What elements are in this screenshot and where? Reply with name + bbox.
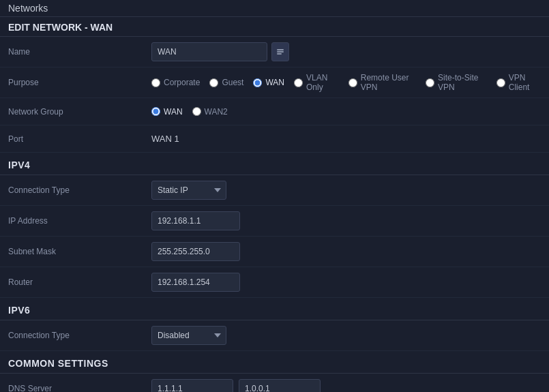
ipv6-connection-type-label: Connection Type: [8, 331, 151, 340]
name-input[interactable]: [151, 42, 267, 61]
network-group-wan[interactable]: WAN: [151, 107, 183, 117]
router-value-wrapper: [151, 273, 541, 292]
purpose-radio-group: Corporate Guest WAN VLAN Only Remote Use…: [151, 73, 541, 92]
purpose-radio-wan[interactable]: [253, 78, 262, 87]
subnet-mask-row: Subnet Mask: [0, 237, 549, 267]
purpose-corporate-label: Corporate: [164, 78, 200, 87]
port-label: Port: [8, 134, 151, 144]
ipv4-connection-type-value-wrapper: Static IP DHCP PPPoE: [151, 181, 541, 200]
ipv6-connection-type-select[interactable]: Disabled DHCPv6 Static: [151, 326, 226, 345]
name-input-wrapper: [151, 42, 289, 61]
network-group-wan2[interactable]: WAN2: [192, 107, 228, 117]
page-title-text: EDIT NETWORK - WAN: [8, 22, 113, 33]
network-group-row: Network Group WAN WAN2: [0, 98, 549, 125]
network-group-radio-group: WAN WAN2: [151, 107, 228, 117]
purpose-radio-corporate[interactable]: [151, 78, 160, 87]
ipv6-connection-type-value-wrapper: Disabled DHCPv6 Static: [151, 326, 541, 345]
purpose-wan[interactable]: WAN: [253, 78, 284, 87]
subnet-mask-label: Subnet Mask: [8, 247, 151, 256]
purpose-radio-vpn-client[interactable]: [496, 78, 505, 87]
purpose-radio-guest[interactable]: [209, 78, 218, 87]
purpose-row: Purpose Corporate Guest WAN VLAN Only: [0, 67, 549, 98]
page-title: EDIT NETWORK - WAN: [0, 17, 549, 37]
svg-rect-1: [277, 51, 284, 52]
ip-address-value-wrapper: [151, 211, 541, 230]
ip-address-input[interactable]: [151, 211, 240, 230]
network-group-wan2-label: WAN2: [205, 107, 228, 117]
name-label: Name: [8, 47, 151, 57]
dns-server-row: DNS Server: [0, 374, 549, 392]
purpose-value-wrapper: Corporate Guest WAN VLAN Only Remote Use…: [151, 73, 541, 92]
svg-rect-2: [277, 53, 282, 55]
port-value-wrapper: WAN 1: [151, 134, 541, 144]
dns-server-input-1[interactable]: [151, 379, 233, 392]
network-group-value-wrapper: WAN WAN2: [151, 107, 541, 117]
purpose-site-vpn[interactable]: Site-to-Site VPN: [426, 73, 487, 92]
router-row: Router: [0, 267, 549, 298]
ipv4-section-header: IPV4: [0, 153, 549, 175]
network-group-label: Network Group: [8, 107, 151, 117]
dns-server-value-wrapper: [151, 379, 541, 392]
ipv4-connection-type-row: Connection Type Static IP DHCP PPPoE: [0, 175, 549, 206]
name-icon-button[interactable]: [271, 42, 289, 61]
name-value-wrapper: [151, 42, 541, 61]
dns-server-label: DNS Server: [8, 384, 151, 392]
purpose-remote-vpn[interactable]: Remote User VPN: [348, 73, 416, 92]
purpose-guest-label: Guest: [222, 78, 243, 87]
svg-rect-0: [277, 49, 284, 50]
ipv4-connection-type-label: Connection Type: [8, 185, 151, 195]
ipv4-connection-type-select[interactable]: Static IP DHCP PPPoE: [151, 181, 226, 200]
purpose-radio-site-vpn[interactable]: [426, 78, 434, 87]
dns-server-input-2[interactable]: [239, 379, 321, 392]
subnet-mask-value-wrapper: [151, 242, 541, 261]
purpose-radio-vlan-only[interactable]: [294, 78, 303, 87]
subnet-mask-input[interactable]: [151, 242, 240, 261]
port-row: Port WAN 1: [0, 125, 549, 153]
form-container: Name Purpose Corporate: [0, 37, 549, 392]
network-group-wan-label: WAN: [164, 107, 183, 117]
purpose-vlan-only-label: VLAN Only: [306, 73, 339, 92]
purpose-site-vpn-label: Site-to-Site VPN: [438, 73, 487, 92]
ipv6-connection-type-row: Connection Type Disabled DHCPv6 Static: [0, 320, 549, 351]
purpose-label: Purpose: [8, 78, 151, 87]
top-bar: Networks: [0, 0, 549, 17]
purpose-vpn-client[interactable]: VPN Client: [496, 73, 541, 92]
router-input[interactable]: [151, 273, 240, 292]
port-value: WAN 1: [151, 134, 179, 144]
name-row: Name: [0, 37, 549, 67]
ip-address-row: IP Address: [0, 206, 549, 237]
purpose-corporate[interactable]: Corporate: [151, 78, 200, 87]
network-group-radio-wan2[interactable]: [192, 107, 201, 116]
ipv6-section-header: IPV6: [0, 298, 549, 320]
common-settings-section-header: COMMON SETTINGS: [0, 351, 549, 374]
purpose-wan-label: WAN: [265, 78, 284, 87]
purpose-guest[interactable]: Guest: [209, 78, 243, 87]
purpose-radio-remote-vpn[interactable]: [348, 78, 357, 87]
purpose-remote-vpn-label: Remote User VPN: [361, 73, 416, 92]
network-group-radio-wan[interactable]: [151, 107, 160, 116]
router-label: Router: [8, 277, 151, 287]
ip-address-label: IP Address: [8, 216, 151, 226]
purpose-vlan-only[interactable]: VLAN Only: [294, 73, 339, 92]
purpose-vpn-client-label: VPN Client: [509, 73, 541, 92]
networks-title: Networks: [8, 3, 48, 14]
